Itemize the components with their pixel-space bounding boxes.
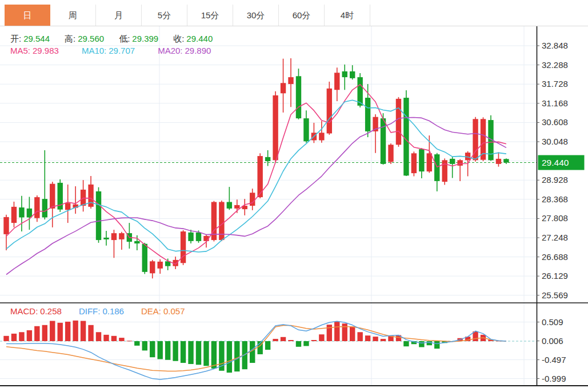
macd-bar [203,341,209,366]
macd-bar [3,336,9,341]
macd-bar [165,341,170,360]
macd-bar [142,341,147,350]
candle-body [27,209,32,218]
trading-chart-screen: 日 周 月 5分 15分 30分 60分 4时 32.84832.28831.7… [0,0,588,388]
macd-bar [173,341,178,361]
axis-tick-label: -0.999 [542,374,566,383]
candle-body [227,202,232,208]
axis-tick-label: 0.509 [542,317,563,327]
macd-bar [150,341,155,357]
macd-bar [350,326,355,341]
candle-body [419,149,424,171]
candle-body [427,153,432,171]
macd-bar [58,323,63,341]
candle-body [250,193,255,206]
macd-bar [296,341,301,347]
price-gridlines [0,46,537,295]
macd-bar [111,336,117,341]
diff-label: DIFF: [79,306,101,316]
macd-histogram [3,321,501,373]
ma5-line [6,85,506,265]
candle-body [196,233,201,241]
macd-bar [319,334,324,341]
tab-30min[interactable]: 30分 [233,5,279,26]
dea-label: DEA: [141,306,161,316]
macd-bar [158,341,163,359]
candle-body [281,83,286,93]
candle-body [142,244,147,272]
axis-tick-label: 25.569 [542,290,568,300]
candle-body [3,217,9,234]
candle-body [288,77,293,84]
ma10-line [6,100,506,252]
tab-daily[interactable]: 日 [5,5,50,26]
macd-bar [211,341,217,369]
axis-tick-label: 27.248 [542,233,568,242]
macd-bar [73,321,78,341]
candle-body [111,233,117,240]
macd-bar [88,325,93,341]
candle-body [327,89,332,134]
macd-bar [19,332,24,341]
open-label: 开: [10,34,21,45]
open-value: 29.544 [23,34,50,45]
ma-readout: MA5: 29.983 MA10: 29.707 MA20: 29.890 [10,46,211,55]
ma5-label: MA5: [10,46,30,55]
candle-body [319,133,324,140]
axis-tick-label: 32.288 [542,60,568,70]
ma20-value: 29.890 [185,46,211,55]
macd-bar [234,341,239,371]
tab-5min[interactable]: 5分 [142,5,187,26]
ma10-readout: MA10: 29.707 [82,46,135,55]
candle-body [296,76,301,118]
macd-value-readout: MACD: 0.258 [10,306,62,316]
candle-body [119,233,124,239]
axis-tick-label: 31.728 [542,79,568,89]
dea-value: 0.057 [163,306,185,316]
axis-tick-label: 26.129 [542,271,568,281]
macd-bar [103,335,109,341]
candle-body [450,159,455,164]
candle-body [357,77,362,106]
low-label: 低: [119,34,130,45]
candle-body [334,73,339,90]
macd-label: MACD: [10,306,38,316]
candle-body [103,238,109,239]
macd-bar [11,334,17,341]
candle-body [303,118,309,141]
low-value: 29.399 [132,34,158,45]
ma20-readout: MA20: 29.890 [158,46,211,55]
candles-layer [3,58,509,278]
close-readout: 收: 29.440 [173,34,213,45]
macd-bar [188,341,193,364]
candle-body [388,145,393,162]
candlestick-macd-chart[interactable]: 32.84832.28831.72831.16830.60830.04828.9… [0,26,588,388]
tab-weekly[interactable]: 周 [50,5,96,26]
macd-bar [119,338,124,341]
macd-bar [357,332,362,341]
macd-bar [134,341,139,346]
axis-tick-label: 31.168 [542,98,568,108]
tab-monthly[interactable]: 月 [96,5,142,26]
candle-body [50,184,55,209]
candle-body [188,233,193,241]
candle-body [434,154,439,181]
macd-bar [265,341,270,350]
tab-15min[interactable]: 15分 [187,5,233,26]
axis-tick-label: 0.006 [542,336,563,346]
candle-body [34,197,39,218]
diff-value: 0.186 [102,306,124,316]
macd-bar [227,341,232,373]
candle-body [396,99,401,145]
candle-body [342,71,347,77]
candle-body [365,98,370,131]
macd-bar [288,340,293,341]
current-price-badge-text: 29.440 [542,158,569,167]
macd-bar [96,332,101,341]
ma10-value: 29.707 [109,46,135,55]
macd-bar [27,330,32,341]
macd-bar [373,337,378,341]
macd-bar [334,322,339,341]
tab-4hour[interactable]: 4时 [325,5,370,26]
tab-60min[interactable]: 60分 [279,5,325,26]
